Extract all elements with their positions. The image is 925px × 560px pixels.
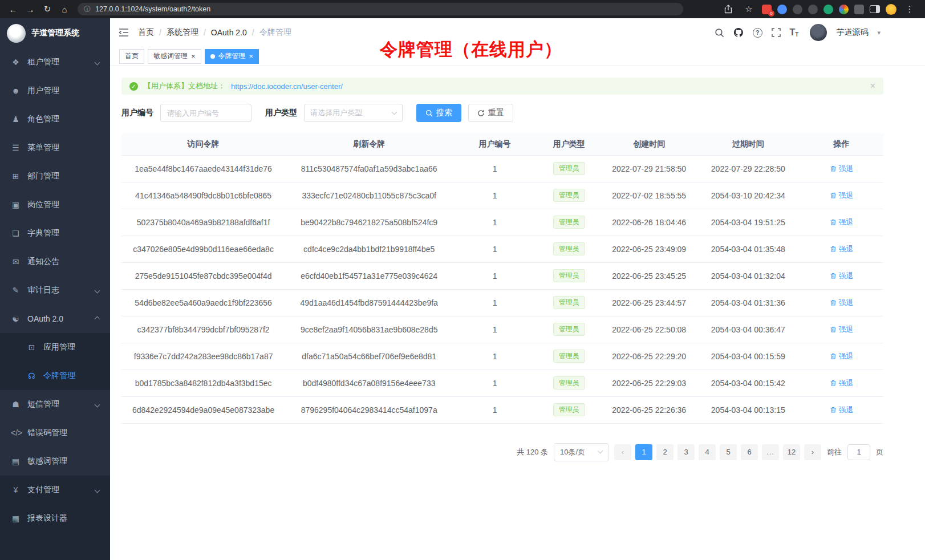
tab-sensitive[interactable]: 敏感词管理×	[148, 49, 201, 64]
action-cell: 强退	[800, 370, 883, 396]
sidebar-item-post[interactable]: ▣岗位管理	[0, 190, 110, 219]
sidebar-item-report[interactable]: ▦报表设计器	[0, 504, 110, 533]
table-row: c342377bf8b344799dcbf7bf095287f29ce8ef2a…	[121, 316, 883, 343]
refresh-token-cell: cdfc4ce9c2da4bb1bdf21b9918ff4be5	[285, 236, 453, 262]
back-icon[interactable]: ←	[6, 2, 21, 17]
page-size-select[interactable]: 10条/页	[554, 443, 608, 461]
force-logout-button[interactable]: 强退	[830, 405, 854, 415]
sidebar-item-sensitive[interactable]: ▤敏感词管理	[0, 447, 110, 476]
help-icon[interactable]: ?	[753, 28, 762, 38]
github-icon[interactable]	[733, 27, 744, 38]
sidebar-item-tenant[interactable]: ❖租户管理	[0, 48, 110, 76]
force-logout-button[interactable]: 强退	[830, 324, 854, 335]
url-text: 127.0.0.1:1024/system/oauth2/token	[95, 5, 210, 13]
force-logout-button[interactable]: 强退	[830, 217, 854, 228]
browser-menu-icon[interactable]: ⋮	[902, 2, 917, 17]
success-check-icon: ✓	[129, 82, 138, 91]
sidebar-item-menu[interactable]: ☰菜单管理	[0, 133, 110, 162]
sidebar-item-dict[interactable]: ❏字典管理	[0, 219, 110, 247]
force-logout-button[interactable]: 强退	[830, 190, 854, 201]
user-type-badge: 管理员	[553, 376, 585, 389]
force-logout-icon	[830, 192, 837, 199]
forward-icon[interactable]: →	[23, 2, 38, 17]
sidebar-collapse-icon[interactable]	[119, 28, 129, 37]
sidebar-item-oauth[interactable]: ☯OAuth 2.0	[0, 305, 110, 333]
sidebar-item-notice[interactable]: ✉通知公告	[0, 247, 110, 276]
created-time-cell: 2022-07-02 18:55:55	[602, 182, 697, 209]
username[interactable]: 芋道源码	[836, 27, 868, 38]
chevron-down-icon	[95, 59, 100, 65]
table-row: b0d1785bc3a8482f812db4a3f3bd15ecb0df4980…	[121, 370, 883, 396]
breadcrumb-item[interactable]: 首页	[138, 27, 154, 38]
page-button-1[interactable]: 1	[635, 444, 652, 460]
site-info-icon[interactable]: ⓘ	[84, 5, 91, 14]
pager-ellipsis[interactable]: ...	[762, 444, 779, 460]
sms-icon: ☗	[11, 400, 21, 409]
page-button-3[interactable]: 3	[677, 444, 695, 460]
access-token-cell: 54d6be82ee5a460a9aedc1f9bf223656	[121, 289, 285, 316]
force-logout-button[interactable]: 强退	[830, 244, 854, 254]
sidebar-item-sms[interactable]: ☗短信管理	[0, 390, 110, 419]
extension-red-icon[interactable]: 0	[762, 5, 772, 14]
page-button-12[interactable]: 12	[783, 444, 800, 460]
extension-dark-icon[interactable]	[793, 5, 802, 14]
extensions-puzzle-icon[interactable]	[854, 5, 864, 14]
user-id-filter: 用户编号	[121, 104, 251, 122]
user-type-select[interactable]: 请选择用户类型	[304, 104, 403, 122]
extension-dark2-icon[interactable]	[808, 5, 818, 14]
force-logout-button[interactable]: 强退	[830, 164, 854, 174]
breadcrumb-item[interactable]: 系统管理	[167, 27, 198, 38]
column-header: 创建时间	[602, 133, 697, 155]
sidebar-item-pay[interactable]: ¥支付管理	[0, 476, 110, 504]
breadcrumb-item[interactable]: OAuth 2.0	[211, 28, 247, 37]
page-button-4[interactable]: 4	[699, 444, 716, 460]
page-button-6[interactable]: 6	[741, 444, 758, 460]
user-id-cell: 1	[453, 316, 537, 343]
close-icon[interactable]: ×	[249, 52, 254, 60]
split-view-icon[interactable]	[870, 5, 880, 13]
created-time-cell: 2022-06-25 23:45:25	[602, 262, 697, 289]
force-logout-button[interactable]: 强退	[830, 378, 854, 388]
user-id-input[interactable]	[160, 104, 251, 122]
reload-icon[interactable]: ↻	[40, 2, 55, 17]
extension-pinwheel-icon[interactable]	[839, 5, 849, 14]
extension-blue-icon[interactable]	[777, 5, 787, 14]
next-page-button[interactable]: ›	[804, 444, 821, 460]
sidebar-item-user[interactable]: ☻用户管理	[0, 76, 110, 105]
sidebar-item-oauth-app[interactable]: ⊡应用管理	[0, 333, 110, 362]
force-logout-button[interactable]: 强退	[830, 271, 854, 281]
page-button-5[interactable]: 5	[720, 444, 737, 460]
tab-home[interactable]: 首页	[119, 49, 144, 64]
action-cell: 强退	[800, 289, 883, 316]
force-logout-button[interactable]: 强退	[830, 351, 854, 362]
sidebar-item-dept[interactable]: ⊞部门管理	[0, 162, 110, 190]
tab-token[interactable]: 令牌管理×	[205, 49, 259, 64]
page-button-2[interactable]: 2	[656, 444, 674, 460]
user-avatar[interactable]	[810, 24, 827, 41]
force-logout-button[interactable]: 强退	[830, 298, 854, 308]
alert-close-icon[interactable]: ×	[870, 81, 875, 91]
close-icon[interactable]: ×	[191, 52, 196, 60]
app-logo[interactable]: 芋道管理系统	[0, 18, 110, 48]
breadcrumb-separator: /	[159, 28, 161, 37]
table-row: c347026e805e4d99b0d116eae66eda8ccdfc4ce9…	[121, 236, 883, 262]
browser-profile-icon[interactable]	[886, 4, 896, 15]
sidebar-item-role[interactable]: ♟角色管理	[0, 105, 110, 133]
sidebar-item-oauth-token[interactable]: ☊令牌管理	[0, 362, 110, 390]
bookmark-star-icon[interactable]: ☆	[741, 2, 756, 17]
prev-page-button[interactable]: ‹	[614, 444, 631, 460]
doc-link[interactable]: https://doc.iocoder.cn/user-center/	[231, 82, 343, 91]
search-icon[interactable]	[715, 28, 724, 38]
address-bar[interactable]: ⓘ 127.0.0.1:1024/system/oauth2/token	[78, 3, 683, 15]
sidebar-item-audit[interactable]: ✎审计日志	[0, 276, 110, 305]
share-icon[interactable]	[721, 2, 736, 17]
action-cell: 强退	[800, 155, 883, 182]
sidebar-item-errorcode[interactable]: </>错误码管理	[0, 419, 110, 447]
extension-green-icon[interactable]	[823, 5, 833, 14]
font-size-icon[interactable]: TT	[790, 27, 799, 38]
home-icon[interactable]: ⌂	[57, 2, 72, 17]
fullscreen-icon[interactable]	[772, 28, 781, 37]
reset-button[interactable]: 重置	[468, 104, 513, 122]
search-button[interactable]: 搜索	[416, 104, 461, 122]
goto-page-input[interactable]	[847, 444, 870, 460]
